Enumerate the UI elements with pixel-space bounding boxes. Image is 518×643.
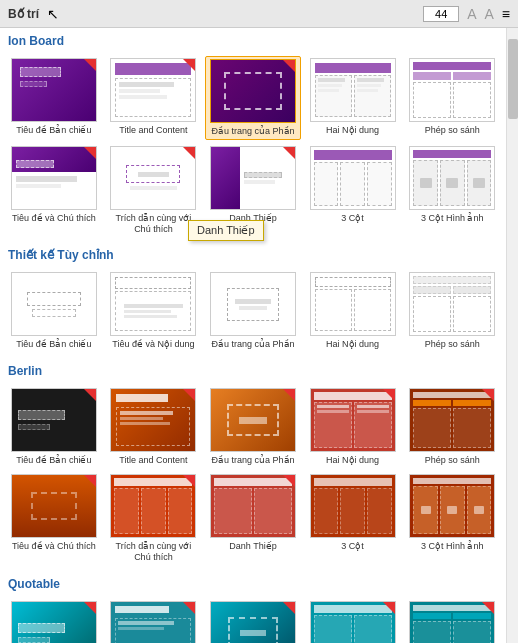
layout-label: Bố trí xyxy=(8,7,39,21)
layout-label: Đầu trang của Phần xyxy=(211,455,294,466)
layout-label: Danh Thiếp xyxy=(229,541,276,552)
layout-berlin-trich-dan[interactable]: Trích dẫn cùng với Chú thích xyxy=(106,472,202,565)
layout-thumb xyxy=(409,474,495,538)
layout-label: 3 Cột Hình ảnh xyxy=(421,213,484,224)
layout-thumb xyxy=(310,272,396,336)
layout-title-content-1[interactable]: Title and Content xyxy=(106,56,202,140)
layout-berlin-comp[interactable]: Phép so sánh xyxy=(404,386,500,468)
layout-thumb xyxy=(310,58,396,122)
layout-label: Phép so sánh xyxy=(425,125,480,136)
layout-berlin-3img[interactable]: 3 Cột Hình ảnh xyxy=(404,472,500,565)
layout-custom-two[interactable]: Hai Nội dung xyxy=(305,270,401,352)
layout-quotable-two[interactable]: Hai Nội dung xyxy=(305,599,401,643)
red-corner xyxy=(84,147,96,159)
red-corner xyxy=(183,389,195,401)
red-corner xyxy=(283,389,295,401)
red-corner xyxy=(482,602,494,614)
layout-berlin-danh-thiep[interactable]: Danh Thiếp xyxy=(205,472,301,565)
layout-thumb xyxy=(210,146,296,210)
layout-thumb xyxy=(310,601,396,643)
layout-label: Trích dẫn cùng với Chú thích xyxy=(110,541,196,563)
layout-label: Trích dẫn cùng với Chú thích xyxy=(110,213,196,235)
red-corner xyxy=(383,389,395,401)
layout-tieu-de-ban-chieu-1[interactable]: Tiêu đề Bản chiếu xyxy=(6,56,102,140)
layout-label: Đầu trang của Phần xyxy=(211,126,294,137)
separator2: A xyxy=(484,6,493,22)
layout-thumb xyxy=(110,146,196,210)
layout-tieu-de-chu-thich-1[interactable]: Tiêu đề và Chú thích xyxy=(6,144,102,237)
layout-quotable-comp[interactable]: Phép so sánh xyxy=(404,599,500,643)
layout-berlin-chu-thich[interactable]: Tiêu đề và Chú thích xyxy=(6,472,102,565)
red-corner xyxy=(283,475,295,487)
red-corner xyxy=(183,147,195,159)
layout-thumb xyxy=(310,474,396,538)
layout-thumb xyxy=(210,272,296,336)
layout-thumb xyxy=(110,272,196,336)
layout-berlin-3col[interactable]: 3 Cột xyxy=(305,472,401,565)
layout-danh-thiep-1[interactable]: Danh Thiếp xyxy=(205,144,301,237)
layout-label: 3 Cột Hình ảnh xyxy=(421,541,484,552)
layout-quotable-section[interactable]: Đầu trang của Phần xyxy=(205,599,301,643)
layout-label: Phép so sánh xyxy=(425,339,480,350)
ion-board-grid: Tiêu đề Bản chiếu Title and Content xyxy=(0,52,506,242)
layout-thumb xyxy=(409,58,495,122)
layout-thumb xyxy=(310,146,396,210)
layout-thumb xyxy=(409,272,495,336)
separator: A xyxy=(467,6,476,22)
red-corner xyxy=(183,59,195,71)
layout-custom-title[interactable]: Tiêu đề Bản chiếu xyxy=(6,270,102,352)
red-corner xyxy=(84,389,96,401)
layout-thumb xyxy=(210,474,296,538)
layout-label: Tiêu đề và Nội dung xyxy=(112,339,194,350)
layout-custom-content[interactable]: Tiêu đề và Nội dung xyxy=(106,270,202,352)
layout-berlin-content[interactable]: Title and Content xyxy=(106,386,202,468)
layout-3-cot-hinh-1[interactable]: 3 Cột Hình ảnh xyxy=(404,144,500,237)
layout-thumb xyxy=(11,58,97,122)
section-berlin: Berlin xyxy=(0,358,506,382)
layout-thumb xyxy=(110,58,196,122)
inner-box xyxy=(224,72,283,109)
red-corner xyxy=(482,389,494,401)
layout-thumb xyxy=(210,601,296,643)
layout-label: Danh Thiếp xyxy=(229,213,276,224)
layout-custom-section[interactable]: Đầu trang của Phần xyxy=(205,270,301,352)
layout-label: Tiêu đề Bản chiếu xyxy=(16,339,91,350)
layout-label: Hai Nội dung xyxy=(326,125,379,136)
text-align-icon[interactable]: ≡ xyxy=(502,6,510,22)
red-corner xyxy=(84,602,96,614)
layout-custom-comp[interactable]: Phép so sánh xyxy=(404,270,500,352)
layout-hai-noi-dung-1[interactable]: Hai Nội dung xyxy=(305,56,401,140)
layout-thumb xyxy=(409,146,495,210)
custom-grid: Tiêu đề Bản chiếu Tiêu đề và Nội dung xyxy=(0,266,506,358)
layout-berlin-two[interactable]: Hai Nội dung xyxy=(305,386,401,468)
layout-label: Tiêu đề và Chú thích xyxy=(12,213,96,224)
layout-berlin-section[interactable]: Đầu trang của Phần xyxy=(205,386,301,468)
layout-label: Hai Nội dung xyxy=(326,339,379,350)
layout-phep-so-sanh-1[interactable]: Phép so sánh xyxy=(404,56,500,140)
layout-quotable-title[interactable]: Tiêu đề Bản chiếu xyxy=(6,599,102,643)
red-corner xyxy=(183,475,195,487)
layout-3-cot-1[interactable]: 3 Cột xyxy=(305,144,401,237)
layout-thumb xyxy=(210,388,296,452)
section-ion-board: Ion Board xyxy=(0,28,506,52)
font-size-input[interactable] xyxy=(423,6,459,22)
layout-label: Title and Content xyxy=(119,125,187,136)
layout-label: Phép so sánh xyxy=(425,455,480,466)
layout-dau-trang-phan-1[interactable]: Đầu trang của Phần xyxy=(205,56,301,140)
layout-thumb xyxy=(11,474,97,538)
layout-thumb xyxy=(11,388,97,452)
layout-trich-dan-1[interactable]: Trích dẫn cùng với Chú thích xyxy=(106,144,202,237)
red-corner xyxy=(283,60,295,72)
scrollbar-thumb[interactable] xyxy=(508,39,518,119)
scrollbar[interactable] xyxy=(506,28,518,643)
layout-quotable-content[interactable]: Title and Content xyxy=(106,599,202,643)
layout-label: Tiêu đề Bản chiếu xyxy=(16,125,91,136)
layout-thumb xyxy=(110,601,196,643)
section-quotable: Quotable xyxy=(0,571,506,595)
layout-thumb xyxy=(310,388,396,452)
layout-berlin-title[interactable]: Tiêu đề Bản chiếu xyxy=(6,386,102,468)
layout-label: Title and Content xyxy=(119,455,187,466)
layout-thumb xyxy=(11,146,97,210)
layout-label: Tiêu đề và Chú thích xyxy=(12,541,96,552)
toolbar: Bố trí ↖ A A ≡ xyxy=(0,0,518,28)
